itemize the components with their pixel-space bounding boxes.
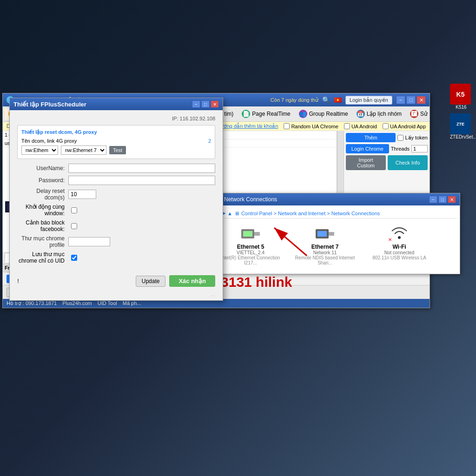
breadcrumb-text: Control Panel > Network and Internet > N… (241, 211, 380, 216)
website-text: Plus24h.com (62, 300, 92, 306)
ua-android-app-item: UA Android App (383, 123, 426, 129)
zte-icon[interactable]: ZTE ZTEDrvSet... (450, 113, 472, 139)
annotation-arrow (265, 223, 311, 262)
ethernet7-sub: Network 11 (313, 250, 337, 255)
dialog-body: IP: 116.102.92.108 Thiết lập reset dcom,… (10, 110, 223, 272)
save-uid-checkbox[interactable] (71, 255, 77, 261)
chrome-profile-input[interactable] (68, 237, 110, 246)
dialog-minimize[interactable]: − (192, 100, 200, 108)
import-check-row: Import Custom Check Info (346, 155, 428, 170)
login-copyright-button[interactable]: Login bản quyền (345, 96, 392, 105)
ua-android-checkbox[interactable] (344, 123, 350, 129)
svg-rect-2 (254, 232, 260, 236)
lay-token-item: Lấy token (397, 133, 428, 142)
dialog-close[interactable]: ✕ (211, 100, 219, 108)
dcom-select2[interactable]: nw:Ethernet 7 (61, 145, 106, 155)
network-conn-icon: 🖥 (234, 211, 239, 216)
username-row: UserName: (17, 164, 215, 173)
lay-token-checkbox[interactable] (397, 135, 403, 141)
dialog-resize-handle[interactable]: ⋯ (10, 292, 223, 300)
check-info-button[interactable]: Check Info (388, 155, 428, 170)
random-ua-chrome-checkbox[interactable] (284, 123, 290, 129)
random-ua-chrome-label: Random UA Chrome (291, 124, 338, 129)
net-content: ◀ ▶ ▲ 🖥 Control Panel > Network and Inte… (210, 205, 460, 274)
password-label: Password: (17, 177, 68, 184)
ethernet5-name: Ethernet 5 (237, 244, 264, 250)
wifi-desc: 802.11n USB Wireless LA (372, 255, 426, 260)
search-icon[interactable]: 🔍 (322, 96, 330, 104)
net-maximize[interactable]: □ (438, 196, 447, 203)
breadcrumb-up[interactable]: ▲ (227, 211, 232, 216)
import-custom-button[interactable]: Import Custom (346, 155, 386, 170)
support-text: Hỗ trợ : 090.173.1871 (7, 300, 57, 306)
ethernet5-icon (239, 224, 262, 242)
ethernet5-sub: VIETTEL_2.4 (237, 250, 264, 255)
close-button[interactable]: ✕ (416, 96, 426, 104)
add-button[interactable]: Thêm (346, 133, 396, 142)
nav-use-label: Sử dụng (420, 111, 430, 117)
net-conn-wifi[interactable]: ✕ Wi-Fi Not connected 802.11n USB Wirele… (367, 224, 432, 265)
ip-line: IP: 116.102.92.108 (17, 116, 215, 121)
wifi-icon: ✕ (388, 224, 410, 242)
login-chrome-button[interactable]: Login Chrome (346, 144, 389, 153)
network-connections-window: 🌐 Network Connections − □ ✕ ◀ ▶ ▲ 🖥 Cont… (209, 193, 460, 274)
nav-page-rt[interactable]: 📄 Page RealTime (238, 108, 294, 120)
ua-android-app-label: UA Android App (390, 124, 426, 129)
nav-page-rt-label: Page RealTime (252, 111, 290, 117)
nav-schedule-label: Lập lịch nhóm (367, 111, 402, 117)
dcom-name-label: Tên dcom, link 4G proxy (21, 138, 205, 144)
dcom-title: Thiết lập reset dcom, 4G proxy (21, 129, 211, 135)
ethernet7-name: Ethernet 7 (311, 244, 339, 250)
desktop: K5 K516 ZTE ZTEDrvSet... F FPlusSchedule… (0, 0, 476, 476)
net-title-text: Network Connections (224, 196, 277, 203)
nav-use[interactable]: 🅿 Sử dụng (406, 108, 430, 120)
desktop-icons: K5 K516 ZTE ZTEDrvSet... (450, 84, 472, 139)
login-chrome-row: Login Chrome Threads (346, 144, 428, 153)
threads-input[interactable] (411, 145, 428, 152)
delay-label: Delay reset dcom(s) (17, 188, 68, 201)
exclaim-button[interactable]: ! (17, 278, 19, 284)
group-rt-icon: 👥 (299, 110, 307, 118)
schedule-icon: 📅 (357, 110, 365, 118)
dialog-maximize[interactable]: □ (201, 100, 210, 108)
update-button[interactable]: Update (136, 276, 166, 287)
startup-checkbox[interactable] (71, 207, 77, 213)
block-checkbox[interactable] (71, 223, 77, 229)
threads-label: Threads (391, 146, 410, 152)
ua-android-app-checkbox[interactable] (383, 123, 389, 129)
dialog-controls: − □ ✕ (192, 100, 219, 108)
nav-group-rt[interactable]: 👥 Group Realtime (295, 108, 352, 120)
maximize-button[interactable]: □ (406, 96, 416, 104)
threads-row: Threads (391, 144, 428, 153)
guide-link[interactable]: Hướng dẫn thêm tài khoản (217, 123, 278, 129)
window-controls: − □ ✕ (396, 96, 426, 104)
k516-icon[interactable]: K5 K516 (450, 84, 472, 110)
dialog-footer: ! Update Xác nhận (10, 272, 223, 292)
minimize-button[interactable]: − (396, 96, 405, 104)
ua-android-item: UA Android (344, 123, 377, 129)
delay-input[interactable] (68, 190, 96, 199)
net-close[interactable]: ✕ (448, 196, 456, 203)
lay-token-label: Lấy token (405, 135, 428, 141)
username-label: UserName: (17, 165, 68, 172)
svg-rect-4 (317, 231, 327, 237)
info-bar-right: Hướng dẫn thêm tài khoản Random UA Chrom… (217, 123, 426, 129)
svg-text:✕: ✕ (388, 237, 392, 241)
net-title-bar: 🌐 Network Connections − □ ✕ (210, 193, 460, 205)
startup-label: Khởi động cùng window: (17, 204, 68, 217)
username-input[interactable] (68, 164, 215, 173)
dcom-name-row: Tên dcom, link 4G proxy 2 (21, 138, 211, 144)
net-minimize[interactable]: − (429, 196, 437, 203)
dcom-select1[interactable]: nw:Ethem (21, 145, 58, 155)
title-bar-right: Còn 7 ngày dùng thử 🔍 🇻🇳 Login bản quyền… (271, 96, 426, 105)
delay-row: Delay reset dcom(s) (17, 188, 215, 201)
e3131-label: E3131 hilink (212, 274, 292, 290)
nav-schedule[interactable]: 📅 Lập lịch nhóm (353, 108, 405, 120)
dcom-link-value: 2 (208, 138, 211, 144)
zte-label: ZTEDrvSet... (450, 134, 472, 139)
password-input[interactable] (68, 176, 215, 185)
test-button[interactable]: Test (109, 146, 126, 154)
confirm-button[interactable]: Xác nhận (169, 275, 215, 287)
add-button-row: Thêm Lấy token (346, 133, 428, 142)
dcom-select-row: nw:Ethem nw:Ethernet 7 Test (21, 145, 211, 155)
